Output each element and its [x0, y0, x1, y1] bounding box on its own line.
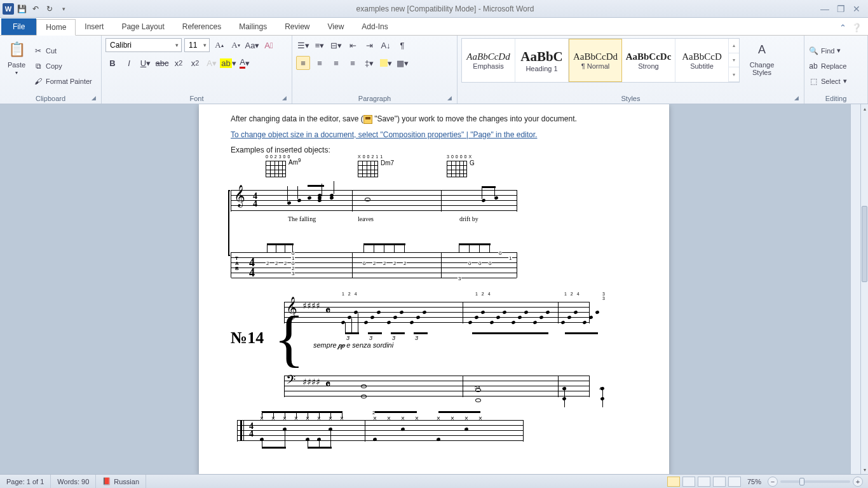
- status-bar: Page: 1 of 1 Words: 90 📕Russian 75% − +: [0, 474, 868, 488]
- doc-paragraph-2: To change object size in a document, sel…: [231, 130, 637, 139]
- document-workspace[interactable]: After changing data in the editor, save …: [0, 104, 868, 474]
- style-normal[interactable]: AaBbCcDd¶ Normal: [569, 39, 622, 82]
- tab-review[interactable]: Review: [276, 18, 318, 35]
- sort-button[interactable]: A↓: [379, 38, 393, 52]
- scrollbar-thumb[interactable]: [862, 206, 867, 282]
- restore-icon[interactable]: ❐: [837, 4, 845, 14]
- font-color-button[interactable]: A▾: [238, 56, 252, 70]
- system-bracket: [228, 190, 230, 256]
- status-language[interactable]: 📕Russian: [96, 475, 146, 488]
- proofing-icon: 📕: [102, 477, 111, 485]
- zoom-in-button[interactable]: +: [853, 477, 863, 487]
- music-object-2[interactable]: №14 { 𝄞 ♯♯♯♯ 𝄴 1 2 4 1 2 4 1 2 4 3 3 3: [231, 290, 637, 398]
- view-full-screen-button[interactable]: [682, 477, 695, 487]
- style-strong[interactable]: AaBbCcDcStrong: [622, 39, 675, 82]
- replace-button[interactable]: abReplace: [808, 60, 864, 72]
- word-app-icon[interactable]: W: [3, 3, 14, 15]
- view-web-layout-button[interactable]: [698, 477, 710, 487]
- zoom-slider[interactable]: [780, 480, 850, 483]
- save-icon[interactable]: 💾: [15, 3, 28, 15]
- italic-button[interactable]: I: [122, 56, 136, 70]
- change-styles-button[interactable]: A Change Styles: [743, 38, 780, 93]
- align-center-button[interactable]: ≡: [313, 56, 327, 70]
- bold-button[interactable]: B: [105, 56, 119, 70]
- help-icon[interactable]: ❔: [851, 23, 862, 32]
- bullets-button[interactable]: ☰▾: [296, 38, 310, 52]
- copy-button[interactable]: ⧉Copy: [33, 60, 92, 72]
- status-page[interactable]: Page: 1 of 1: [0, 475, 51, 488]
- font-family-select[interactable]: Calibri: [105, 38, 182, 52]
- staff-treble: 𝄞 4 4: [231, 190, 517, 212]
- align-left-button[interactable]: ≡: [296, 56, 310, 70]
- style-subtitle[interactable]: AaBbCcDSubtitle: [675, 39, 729, 82]
- format-painter-button[interactable]: 🖌Format Painter: [33, 75, 92, 88]
- minimize-icon[interactable]: —: [820, 4, 829, 14]
- view-outline-button[interactable]: [713, 477, 726, 487]
- group-editing: 🔍Find ▾ abReplace ⬚Select ▾ Editing: [804, 36, 868, 104]
- borders-button[interactable]: ▦▾: [395, 56, 409, 70]
- clear-formatting-button[interactable]: A⃠: [262, 38, 276, 52]
- tab-home[interactable]: Home: [36, 19, 76, 36]
- shading-button[interactable]: ▾: [379, 56, 393, 70]
- document-page[interactable]: After changing data in the editor, save …: [199, 104, 669, 474]
- music-object-1[interactable]: 002300 Am9 X00211 Dm7 30000X: [231, 161, 637, 275]
- music-object-3[interactable]: 4 4 1 2 ×××× ×××× ×××× ××××: [231, 414, 637, 452]
- clipboard-launcher-icon[interactable]: ◢: [92, 95, 96, 101]
- zoom-level[interactable]: 75%: [747, 478, 761, 485]
- styles-gallery[interactable]: AaBbCcDdEmphasis AaBbCHeading 1 AaBbCcDd…: [461, 38, 740, 83]
- superscript-button[interactable]: x2: [188, 56, 202, 70]
- scroll-up-icon[interactable]: ▴: [861, 104, 868, 113]
- multilevel-button[interactable]: ⊟▾: [329, 38, 343, 52]
- font-size-select[interactable]: 11: [184, 38, 210, 52]
- close-icon[interactable]: ✕: [853, 4, 860, 14]
- highlight-button[interactable]: ab▾: [221, 56, 235, 70]
- minimize-ribbon-icon[interactable]: ⌃: [839, 23, 846, 32]
- tab-view[interactable]: View: [319, 18, 353, 35]
- file-tab[interactable]: File: [1, 18, 36, 35]
- shrink-font-button[interactable]: A▾: [229, 38, 243, 52]
- select-button[interactable]: ⬚Select ▾: [808, 75, 864, 88]
- tab-add-ins[interactable]: Add-Ins: [353, 18, 397, 35]
- zoom-out-button[interactable]: −: [768, 477, 778, 487]
- increase-indent-button[interactable]: ⇥: [362, 38, 376, 52]
- underline-button[interactable]: U▾: [139, 56, 153, 70]
- view-print-layout-button[interactable]: [667, 477, 680, 487]
- view-draft-button[interactable]: [728, 477, 741, 487]
- quick-access-toolbar: W 💾 ↶ ↻ ▾: [3, 3, 70, 15]
- tab-insert[interactable]: Insert: [76, 18, 112, 35]
- tab-page-layout[interactable]: Page Layout: [112, 18, 173, 35]
- align-right-button[interactable]: ≡: [329, 56, 343, 70]
- strikethrough-button[interactable]: abc: [155, 56, 169, 70]
- subscript-button[interactable]: x2: [172, 56, 186, 70]
- tab-mailings[interactable]: Mailings: [230, 18, 276, 35]
- cut-button[interactable]: ✂Cut: [33, 44, 92, 57]
- styles-launcher-icon[interactable]: ◢: [794, 95, 799, 101]
- paste-button[interactable]: 📋 Paste ▾: [4, 38, 29, 93]
- show-marks-button[interactable]: ¶: [395, 38, 409, 52]
- change-case-button[interactable]: Aa▾: [245, 38, 259, 52]
- tab-references[interactable]: References: [173, 18, 230, 35]
- status-words[interactable]: Words: 90: [51, 475, 96, 488]
- styles-scroll[interactable]: ▴▾▾: [729, 39, 739, 82]
- group-paragraph: ☰▾ ≡▾ ⊟▾ ⇤ ⇥ A↓ ¶ ≡ ≡ ≡ ≡ ‡▾ ▾ ▦▾ Paragr…: [292, 36, 458, 104]
- group-font: Calibri 11 A▴ A▾ Aa▾ A⃠ B I U▾ abc x2 x2…: [102, 36, 292, 104]
- style-heading1[interactable]: AaBbCHeading 1: [515, 39, 569, 82]
- find-button[interactable]: 🔍Find ▾: [808, 44, 864, 57]
- line-spacing-button[interactable]: ‡▾: [362, 56, 376, 70]
- undo-icon[interactable]: ↶: [29, 3, 42, 15]
- zoom-slider-thumb[interactable]: [799, 478, 804, 485]
- grow-font-button[interactable]: A▴: [212, 38, 226, 52]
- text-effects-button[interactable]: A▾: [205, 56, 219, 70]
- chord-diagram: [447, 161, 467, 177]
- qat-customize-icon[interactable]: ▾: [57, 3, 70, 15]
- font-launcher-icon[interactable]: ◢: [282, 95, 287, 101]
- scroll-down-icon[interactable]: ▾: [861, 465, 868, 474]
- decrease-indent-button[interactable]: ⇤: [346, 38, 360, 52]
- justify-button[interactable]: ≡: [346, 56, 360, 70]
- redo-icon[interactable]: ↻: [43, 3, 56, 15]
- paragraph-launcher-icon[interactable]: ◢: [447, 95, 452, 101]
- numbering-button[interactable]: ≡▾: [313, 38, 327, 52]
- vertical-scrollbar[interactable]: ▴ ▾: [860, 104, 868, 474]
- find-icon: 🔍: [808, 46, 818, 56]
- style-emphasis[interactable]: AaBbCcDdEmphasis: [462, 39, 515, 82]
